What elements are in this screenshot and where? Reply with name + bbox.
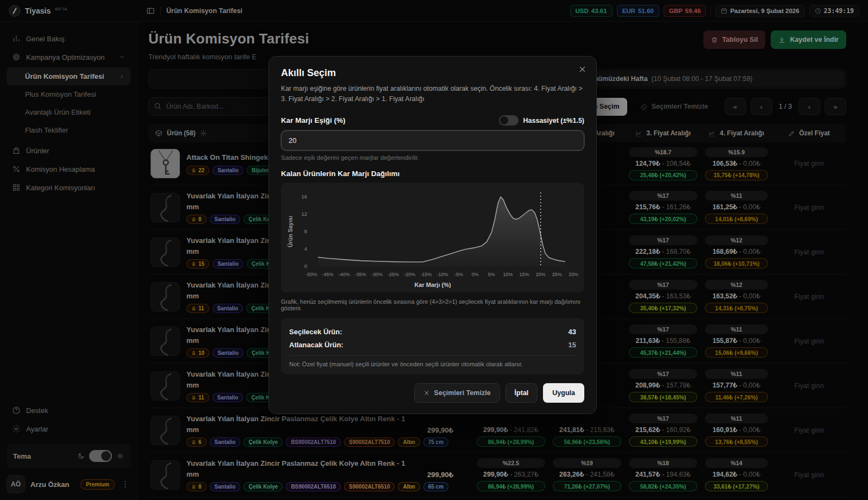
threshold-label: Kar Marjı Eşiği (%) [281,116,346,124]
cancel-button[interactable]: İptal [505,383,538,403]
threshold-helper: Sadece eşik değerini geçen marjlar değer… [281,154,584,161]
svg-text:0%: 0% [472,272,479,277]
svg-text:15%: 15% [520,272,529,277]
chart-x-axis-label: Kar Marjı (%) [285,282,580,288]
chart-footnote: Grafik, henüz seçilmemiş ürünlerin öncel… [281,298,584,311]
x-icon [423,390,430,396]
svg-text:4: 4 [304,246,307,252]
selected-count-label: Seçilecek Ürün: [289,328,342,336]
modal-title: Akıllı Seçim [281,67,584,79]
margin-distribution-chart: 0481216-50%-45%-40%-35%-30%-25%-20%-15%-… [281,183,584,292]
skipped-count-label: Atlanacak Ürün: [289,341,344,349]
selected-count-value: 43 [569,328,576,336]
svg-text:25%: 25% [552,272,562,277]
sensitivity-label: Hassasiyet (±%1.5) [523,117,584,124]
svg-text:-45%: -45% [322,272,334,277]
svg-text:-5%: -5% [454,272,463,277]
chart-section-title: Kalan Ürünlerin Kar Marjı Dağılımı [281,170,584,178]
divider [289,355,576,356]
close-icon[interactable] [578,65,586,73]
svg-text:Ürün Sayısı: Ürün Sayısı [287,216,294,247]
svg-text:-25%: -25% [388,272,399,277]
threshold-input[interactable] [281,130,584,151]
summary-note: Not: Özel fiyat (manuel) seçili ürünler … [289,361,576,367]
svg-text:-30%: -30% [371,272,383,277]
svg-text:5%: 5% [488,272,495,277]
svg-text:0: 0 [304,263,307,269]
sensitivity-toggle[interactable] [499,115,519,126]
modal-clear-selection-button[interactable]: Seçimleri Temizle [414,383,500,403]
svg-text:-40%: -40% [339,272,350,277]
svg-text:16: 16 [301,193,307,199]
summary-card: Seçilecek Ürün: 43 Atlanacak Ürün: 15 No… [281,318,584,374]
apply-button[interactable]: Uygula [543,383,584,403]
svg-text:10%: 10% [503,272,513,277]
svg-text:-35%: -35% [355,272,366,277]
svg-text:33%: 33% [569,272,578,277]
skipped-count-value: 15 [569,341,576,349]
modal-description: Kar marjı eşiğine göre ürünlerin fiyat a… [281,84,584,104]
svg-text:-15%: -15% [420,272,432,277]
svg-text:20%: 20% [536,272,546,277]
svg-text:-50%: -50% [305,272,317,277]
svg-text:-10%: -10% [436,272,448,277]
svg-text:12: 12 [301,211,307,217]
smart-select-modal: Akıllı Seçim Kar marjı eşiğine göre ürün… [268,56,597,414]
svg-text:-20%: -20% [404,272,415,277]
svg-text:8: 8 [304,228,307,234]
